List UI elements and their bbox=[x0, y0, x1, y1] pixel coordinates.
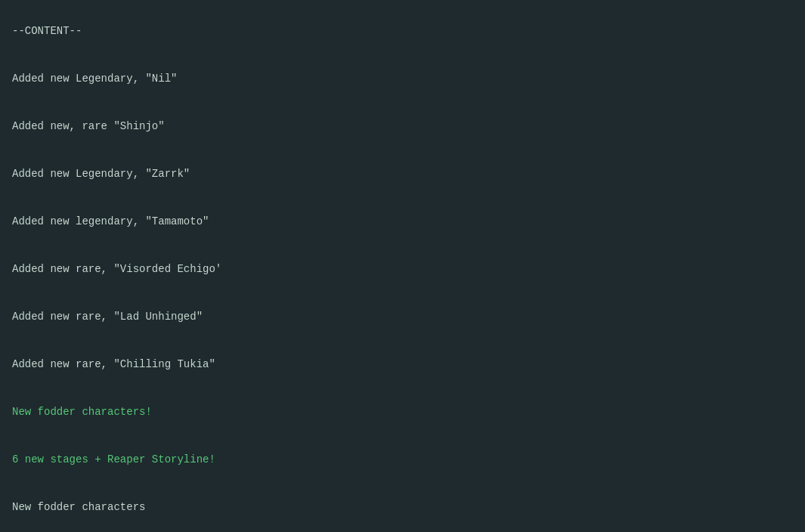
content-header: --CONTENT-- bbox=[12, 25, 82, 37]
content-line-2: Added new, rare "Shinjo" bbox=[12, 120, 165, 132]
content-line-3: Added new Legendary, "Zarrk" bbox=[12, 168, 190, 180]
content-line-8: New fodder characters! bbox=[12, 406, 152, 418]
content-line-5: Added new rare, "Visorded Echigo' bbox=[12, 263, 221, 275]
content-line-7: Added new rare, "Chilling Tukia" bbox=[12, 358, 215, 370]
content-line-4: Added new legendary, "Tamamoto" bbox=[12, 215, 209, 227]
main-content: --CONTENT-- Added new Legendary, "Nil" A… bbox=[12, 8, 793, 532]
content-line-10: New fodder characters bbox=[12, 501, 145, 513]
content-line-1: Added new Legendary, "Nil" bbox=[12, 73, 177, 85]
content-line-9: 6 new stages + Reaper Storyline! bbox=[12, 453, 215, 466]
content-line-6: Added new rare, "Lad Unhinged" bbox=[12, 311, 203, 323]
